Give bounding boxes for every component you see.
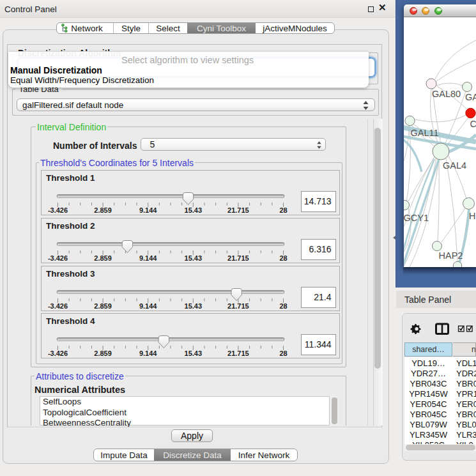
- svg-text:GAL4: GAL4: [443, 160, 466, 171]
- svg-text:28: 28: [279, 206, 287, 214]
- svg-text:-3.426: -3.426: [48, 349, 68, 357]
- svg-text:21.715: 21.715: [227, 206, 249, 214]
- svg-text:CR: CR: [470, 119, 476, 129]
- svg-text:2.859: 2.859: [94, 302, 112, 310]
- svg-text:15.43: 15.43: [185, 302, 203, 310]
- svg-text:2.859: 2.859: [94, 254, 112, 262]
- svg-text:21.715: 21.715: [227, 349, 249, 357]
- svg-text:28: 28: [279, 254, 287, 262]
- svg-text:21.715: 21.715: [227, 254, 249, 262]
- svg-text:2.859: 2.859: [94, 206, 112, 214]
- svg-text:-3.426: -3.426: [48, 254, 68, 262]
- svg-text:9.144: 9.144: [139, 302, 157, 310]
- svg-text:15.43: 15.43: [185, 349, 203, 357]
- svg-text:GCY1: GCY1: [404, 213, 429, 223]
- svg-text:9.144: 9.144: [139, 254, 157, 262]
- svg-text:-3.426: -3.426: [48, 302, 68, 310]
- svg-text:28: 28: [279, 349, 287, 357]
- svg-text:9.144: 9.144: [139, 349, 157, 357]
- svg-text:15.43: 15.43: [185, 206, 203, 214]
- svg-text:HAP2: HAP2: [439, 250, 463, 261]
- svg-text:9.144: 9.144: [139, 206, 157, 214]
- svg-text:-3.426: -3.426: [48, 206, 68, 214]
- svg-text:GA: GA: [465, 92, 476, 102]
- svg-text:21.715: 21.715: [227, 302, 249, 310]
- svg-text:2.859: 2.859: [94, 349, 112, 357]
- svg-text:15.43: 15.43: [185, 254, 203, 262]
- svg-text:GAL80: GAL80: [432, 89, 461, 99]
- svg-text:GAL11: GAL11: [411, 128, 439, 138]
- svg-text:H: H: [469, 211, 475, 221]
- svg-text:28: 28: [279, 302, 287, 310]
